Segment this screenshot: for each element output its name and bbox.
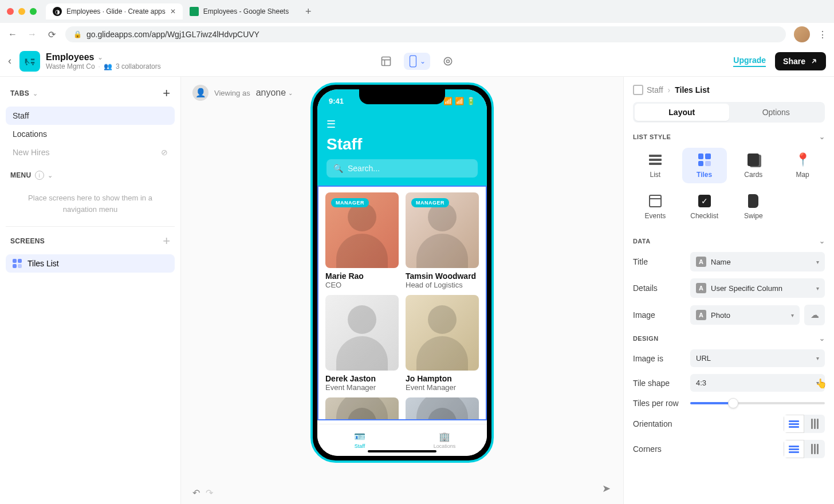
title-column-select[interactable]: AName▾ [690,252,825,271]
inspector-tabs: Layout Options [633,102,825,123]
new-tab-button[interactable]: + [300,3,316,19]
viewer-avatar-icon[interactable]: 👤 [192,85,208,101]
breadcrumb-current: Tiles List [675,85,709,94]
orientation-vertical[interactable] [804,415,825,433]
forward-button[interactable]: → [26,29,38,40]
close-tab-icon[interactable]: ✕ [170,7,176,15]
svg-rect-2 [382,57,391,65]
tile-item[interactable]: Derek Jaston Event Manager [325,295,399,392]
sheets-favicon-icon [190,7,199,16]
data-view-button[interactable] [374,51,398,72]
tile-item[interactable]: Jo Hampton Event Manager [406,295,479,392]
tile-item[interactable]: MANAGER Tamsin Woodward Head of Logistic… [406,192,479,289]
corners-option-b[interactable] [804,440,825,458]
sidebar-tab-locations[interactable]: Locations [6,125,175,143]
tile-role: Event Manager [325,383,399,392]
tab-title: Employees · Glide · Create apps [66,7,166,15]
svg-point-1 [32,64,34,65]
sidebar-tab-staff[interactable]: Staff [6,107,175,125]
tile-item[interactable]: MANAGER Marie Rao CEO [325,192,399,289]
tabs-section-label: TABS [10,89,29,97]
style-cards[interactable]: Cards [731,148,776,183]
tile-role: Event Manager [406,383,479,392]
url-text: go.glideapps.com/app/Wgj1GL7iwz4lHdvpCUV… [86,30,259,39]
chevron-down-icon[interactable]: ⌄ [819,237,825,245]
pin-icon: 📍 [795,152,810,167]
glide-favicon-icon: ◑ [53,7,62,16]
corners-option-a[interactable] [784,440,804,458]
status-indicators: 📶📶🔋 [443,97,475,105]
prop-image-is-label: Image is [633,354,690,363]
style-events[interactable]: Events [633,189,678,225]
image-is-select[interactable]: URL▾ [690,349,825,367]
viewing-as-selector[interactable]: anyone⌄ [256,88,293,98]
hamburger-icon[interactable]: ☰ [326,119,336,130]
tiles-per-row-slider[interactable] [690,402,825,404]
info-icon[interactable]: i [35,171,44,180]
share-button[interactable]: Share [775,52,826,70]
app-logo [19,51,40,72]
chevron-down-icon[interactable]: ⌄ [33,90,38,97]
search-input[interactable]: 🔍 Search... [326,159,478,178]
svg-point-6 [444,57,451,65]
role-badge: MANAGER [411,198,449,207]
collaborator-count: 3 collaborators [116,62,161,70]
breadcrumb: Staff › Tiles List [633,85,825,95]
tiles-list-component[interactable]: MANAGER Marie Rao CEO MANAGER Tamsin Woo… [317,186,487,420]
back-to-apps-button[interactable]: ‹ [8,55,11,67]
style-checklist[interactable]: ✓ Checklist [682,189,727,225]
menu-section-label: MENU [10,171,32,179]
org-name: Waste Mgmt Co [46,62,95,70]
corners-toggle [784,440,825,458]
settings-view-button[interactable] [436,51,460,72]
chevron-down-icon[interactable]: ⌄ [819,133,825,141]
search-icon: 🔍 [333,164,343,173]
address-bar[interactable]: 🔒 go.glideapps.com/app/Wgj1GL7iwz4lHdvpC… [65,26,786,42]
screens-section-label: SCREENS [10,237,45,245]
add-screen-button[interactable]: + [163,234,170,249]
app-menu-chevron-icon[interactable]: ⌄ [97,53,103,61]
tab-options[interactable]: Options [729,104,824,121]
browser-menu-icon[interactable]: ⋮ [818,29,827,40]
app-header: ‹ Employees ⌄ Waste Mgmt Co · 👥 3 collab… [0,46,834,77]
back-button[interactable]: ← [7,29,18,40]
undo-button[interactable]: ↶ [192,487,200,498]
screen-item-tiles-list[interactable]: Tiles List [6,254,175,273]
add-tab-button[interactable]: + [163,86,170,101]
svg-point-0 [26,64,27,65]
browser-tab-active[interactable]: ◑ Employees · Glide · Create apps ✕ [46,3,183,19]
preview-canvas: 👤 Viewing as anyone⌄ 9:41 📶📶🔋 ☰ Staff [181,77,623,504]
details-column-select[interactable]: AUser Specific Column▾ [690,278,825,298]
sidebar-tab-new-hires[interactable]: New Hires ⊘ [6,143,175,162]
viewing-as-label: Viewing as [214,89,250,97]
prop-corners-label: Corners [633,444,690,454]
style-list[interactable]: List [633,148,678,183]
window-controls[interactable] [7,8,37,15]
tile-item[interactable] [325,397,399,420]
menu-placeholder: Place screens here to show them in a nav… [6,186,175,222]
browser-tab[interactable]: Employees - Google Sheets [183,3,296,19]
profile-avatar[interactable] [794,26,810,42]
svg-rect-5 [410,56,416,67]
redo-button[interactable]: ↷ [206,487,213,498]
style-tiles[interactable]: Tiles [682,148,727,183]
inspector-panel: Staff › Tiles List Layout Options LIST S… [623,77,834,504]
tile-shape-select[interactable]: 4:3▾ 👆 [690,374,825,392]
tab-layout[interactable]: Layout [635,104,729,121]
tile-role: CEO [325,281,399,289]
reload-button[interactable]: ⟳ [46,29,57,40]
people-icon: 👥 [104,62,112,70]
device-selector[interactable]: ⌄ [404,53,430,70]
style-map[interactable]: 📍 Map [780,148,825,183]
tiles-icon [13,259,22,268]
upgrade-link[interactable]: Upgrade [733,56,766,67]
orientation-horizontal[interactable] [784,415,804,433]
tile-item[interactable] [406,397,479,420]
prop-orientation-label: Orientation [633,419,690,428]
upload-image-button[interactable]: ☁ [804,305,825,325]
chevron-down-icon[interactable]: ⌄ [48,172,53,179]
breadcrumb-context[interactable]: Staff [633,85,663,95]
image-column-select[interactable]: APhoto▾ [690,305,800,325]
chevron-down-icon[interactable]: ⌄ [819,334,825,342]
style-swipe[interactable]: Swipe [731,189,776,225]
